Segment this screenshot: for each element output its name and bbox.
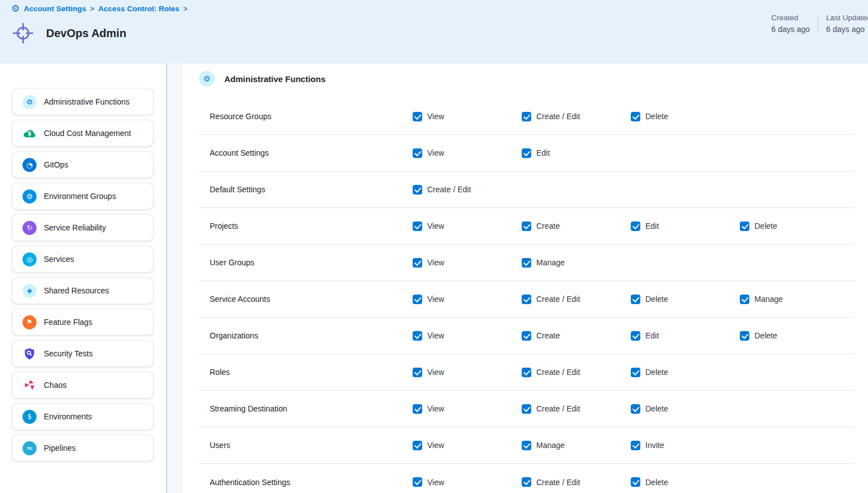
permissions-table: Resource Groups View Create / Edit Delet… <box>199 98 855 493</box>
sidebar-item-security-tests[interactable]: Security Tests <box>12 341 153 367</box>
sidebar-item-label: Shared Resources <box>44 286 109 295</box>
sidebar-item-service-reliability[interactable]: ↻ Service Reliability <box>12 215 153 241</box>
permission-row: Users View Manage Invite <box>199 427 855 464</box>
permission-checkbox-item[interactable]: Create <box>522 221 631 231</box>
checked-checkbox-icon[interactable] <box>522 331 531 341</box>
checked-checkbox-icon[interactable] <box>413 295 422 304</box>
permission-row: Default Settings Create / Edit <box>199 171 855 208</box>
resource-name: Service Accounts <box>199 295 413 304</box>
checked-checkbox-icon[interactable] <box>522 295 531 304</box>
checked-checkbox-icon[interactable] <box>631 221 640 231</box>
sidebar-item-feature-flags[interactable]: ⚑ Feature Flags <box>12 309 153 335</box>
checked-checkbox-icon[interactable] <box>522 258 531 268</box>
sidebar-item-environment-groups[interactable]: ⚙ Environment Groups <box>12 183 153 209</box>
permission-label: View <box>427 112 444 121</box>
permission-checkbox-item[interactable]: Delete <box>631 368 740 377</box>
checked-checkbox-icon[interactable] <box>413 185 422 195</box>
permission-checkbox-item[interactable]: Invite <box>631 441 740 450</box>
permission-checkbox-item[interactable]: Edit <box>631 221 740 231</box>
resource-name: Users <box>199 441 413 450</box>
checked-checkbox-icon[interactable] <box>522 477 531 487</box>
sidebar-item-services[interactable]: ◎ Services <box>12 246 153 272</box>
permission-label: Manage <box>536 441 565 450</box>
permission-checkbox-item[interactable]: Create / Edit <box>522 404 631 414</box>
checked-checkbox-icon[interactable] <box>631 112 640 121</box>
permission-row: Account Settings View Edit <box>199 135 855 171</box>
permission-checkbox-item[interactable]: Edit <box>522 148 631 158</box>
checked-checkbox-icon[interactable] <box>413 258 422 268</box>
permission-label: Create <box>536 221 560 230</box>
checked-checkbox-icon[interactable] <box>522 368 531 377</box>
permission-checkbox-item[interactable]: Manage <box>740 295 855 304</box>
permission-label: Create / Edit <box>536 478 580 487</box>
permission-label: View <box>427 258 444 267</box>
checked-checkbox-icon[interactable] <box>413 221 422 231</box>
checked-checkbox-icon[interactable] <box>740 331 749 341</box>
breadcrumb-link-account-settings[interactable]: Account Settings <box>24 4 86 13</box>
checked-checkbox-icon[interactable] <box>631 404 640 414</box>
permission-checkbox-item[interactable]: Create / Edit <box>413 185 522 195</box>
permission-checkbox-item[interactable]: View <box>413 404 522 414</box>
breadcrumb-link-access-control-roles[interactable]: Access Control: Roles <box>98 4 179 13</box>
permission-row: Authentication Settings View Create / Ed… <box>199 464 855 493</box>
sidebar-item-environments[interactable]: $ Environments <box>12 404 153 429</box>
permission-label: Manage <box>536 258 565 267</box>
checked-checkbox-icon[interactable] <box>522 112 531 121</box>
checked-checkbox-icon[interactable] <box>522 404 531 414</box>
permission-checkbox-item[interactable]: View <box>413 112 522 121</box>
permission-checkbox-item[interactable]: View <box>413 221 522 231</box>
permission-checkbox-item[interactable]: Delete <box>631 295 740 304</box>
permission-checkbox-item[interactable]: Manage <box>522 441 631 450</box>
checked-checkbox-icon[interactable] <box>413 368 422 377</box>
permission-category-sidebar: ⚙ Administrative Functions $ Cloud Cost … <box>0 64 167 493</box>
checked-checkbox-icon[interactable] <box>631 441 640 450</box>
checked-checkbox-icon[interactable] <box>413 404 422 414</box>
checked-checkbox-icon[interactable] <box>522 148 531 158</box>
permission-checkbox-item[interactable]: View <box>413 331 522 341</box>
permission-row: Service Accounts View Create / Edit Dele… <box>199 281 855 318</box>
checked-checkbox-icon[interactable] <box>631 295 640 304</box>
checked-checkbox-icon[interactable] <box>522 441 531 450</box>
sidebar-item-pipelines[interactable]: ≈ Pipelines <box>12 435 153 461</box>
permission-checkbox-item[interactable]: Delete <box>631 477 740 487</box>
environment-groups-icon: ⚙ <box>22 189 37 203</box>
checked-checkbox-icon[interactable] <box>413 148 422 158</box>
permission-checkbox-item[interactable]: Delete <box>631 112 740 121</box>
sidebar-item-cloud-cost-management[interactable]: $ Cloud Cost Management <box>12 120 153 146</box>
permission-checkbox-item[interactable]: Delete <box>740 221 855 231</box>
breadcrumb-separator: > <box>183 4 188 13</box>
permission-checkbox-item[interactable]: View <box>413 148 522 158</box>
checked-checkbox-icon[interactable] <box>522 221 531 231</box>
permission-checkbox-item[interactable]: View <box>413 441 522 450</box>
permission-label: Delete <box>645 295 668 304</box>
checked-checkbox-icon[interactable] <box>413 477 422 487</box>
permission-checkbox-item[interactable]: View <box>413 295 522 304</box>
permission-checkbox-item[interactable]: View <box>413 368 522 377</box>
permission-checkbox-item[interactable]: Edit <box>631 331 740 341</box>
permission-checkbox-item[interactable]: Create <box>522 331 631 341</box>
checked-checkbox-icon[interactable] <box>631 477 640 487</box>
sidebar-item-shared-resources[interactable]: ◈ Shared Resources <box>12 278 153 304</box>
permission-checkbox-item[interactable]: Create / Edit <box>522 112 631 121</box>
permission-checkbox-item[interactable]: Manage <box>522 258 631 268</box>
checked-checkbox-icon[interactable] <box>740 295 749 304</box>
checked-checkbox-icon[interactable] <box>740 221 749 231</box>
checked-checkbox-icon[interactable] <box>631 331 640 341</box>
permission-checkbox-item[interactable]: Create / Edit <box>522 368 631 377</box>
checked-checkbox-icon[interactable] <box>413 331 422 341</box>
permission-checkbox-item[interactable]: Create / Edit <box>522 477 631 487</box>
page-header: ⚙ Account Settings > Access Control: Rol… <box>0 0 868 64</box>
permission-checkbox-item[interactable]: View <box>413 477 522 487</box>
sidebar-item-chaos[interactable]: Chaos <box>12 372 153 398</box>
checked-checkbox-icon[interactable] <box>413 112 422 121</box>
sidebar-item-label: Service Reliability <box>44 223 106 232</box>
checked-checkbox-icon[interactable] <box>631 368 640 377</box>
sidebar-item-administrative-functions[interactable]: ⚙ Administrative Functions <box>12 89 153 115</box>
permission-checkbox-item[interactable]: Delete <box>740 331 855 341</box>
permission-checkbox-item[interactable]: Create / Edit <box>522 295 631 304</box>
checked-checkbox-icon[interactable] <box>413 441 422 450</box>
permission-row: Roles View Create / Edit Delete <box>199 354 855 391</box>
permission-checkbox-item[interactable]: View <box>413 258 522 268</box>
permission-checkbox-item[interactable]: Delete <box>631 404 740 414</box>
sidebar-item-gitops[interactable]: ◔ GitOps <box>12 152 153 178</box>
